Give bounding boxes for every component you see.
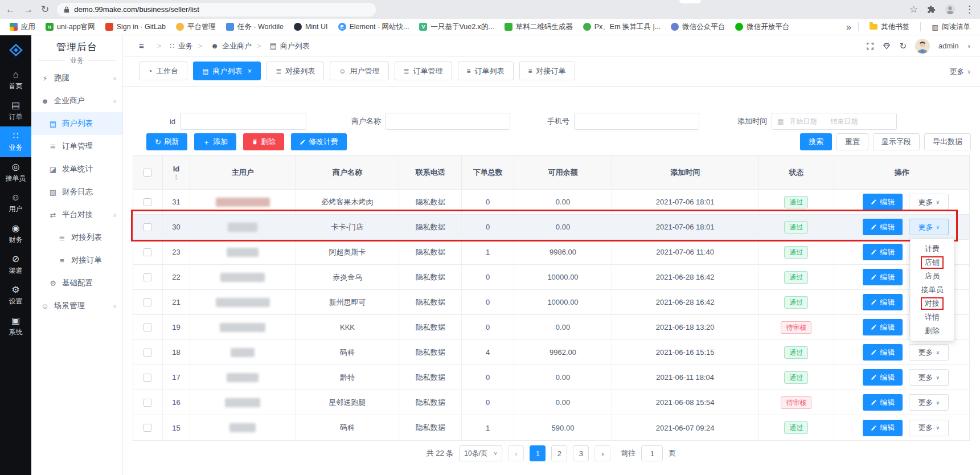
page-number-button[interactable]: 3 (573, 445, 589, 461)
sidebar-collapse-icon[interactable]: ≡ (139, 41, 144, 51)
bookmark-item[interactable]: 任务 - Worktile (222, 21, 288, 34)
row-checkbox[interactable] (143, 424, 151, 432)
page-number-button[interactable]: 1 (530, 445, 546, 461)
fullscreen-icon[interactable] (866, 42, 874, 50)
row-more-button[interactable]: 更多∨ (909, 344, 949, 361)
bookmarks-overflow-icon[interactable]: » (846, 22, 851, 32)
rail-item[interactable]: ◉ 财务 (0, 219, 31, 249)
tab-close-icon[interactable]: × (248, 67, 252, 75)
row-checkbox[interactable] (143, 324, 151, 331)
username[interactable]: admin (938, 42, 958, 50)
row-more-button[interactable]: 更多∨ (909, 394, 949, 411)
row-checkbox[interactable] (143, 273, 151, 281)
bookmark-item[interactable]: Mint UI (290, 21, 332, 32)
sidebar-item[interactable]: ≣ 订单管理 (31, 135, 122, 158)
more-menu-item[interactable]: 接单员 (911, 283, 954, 297)
tab[interactable]: ≣ 对接列表 (266, 62, 324, 80)
sort-icons[interactable]: ▲▼ (174, 174, 178, 181)
row-edit-button[interactable]: 编辑 (863, 369, 903, 386)
rail-item[interactable]: ▣ 系统 (0, 311, 31, 342)
delete-button[interactable]: 删除 (243, 133, 284, 150)
row-edit-button[interactable]: 编辑 (863, 394, 903, 411)
breadcrumb-item[interactable]: ∷ 业务 (152, 41, 193, 51)
forward-icon[interactable]: → (23, 5, 33, 14)
row-more-button[interactable]: 更多∨ (909, 420, 949, 436)
bookmark-star-icon[interactable]: ☆ (909, 5, 918, 14)
breadcrumb-item[interactable]: ▤ 商户列表 (252, 41, 310, 51)
tab[interactable]: ≡ 订单列表 (458, 62, 514, 80)
id-filter-input[interactable] (180, 113, 306, 130)
sidebar-item[interactable]: ⚙ 基础配置 (31, 272, 122, 294)
user-menu-chevron-icon[interactable]: ∨ (967, 43, 971, 49)
row-checkbox[interactable] (143, 298, 151, 306)
reading-list-button[interactable]: ▥ 阅读清单 (928, 21, 974, 34)
bookmark-item[interactable]: Px、Em 换算工具 |... (579, 21, 665, 34)
sidebar-item[interactable]: ≣ 对接列表 (31, 226, 122, 249)
row-edit-button[interactable]: 编辑 (863, 269, 903, 285)
rail-item[interactable]: ∷ 业务 (0, 126, 31, 157)
breadcrumb-item[interactable]: ☻ 企业商户 (193, 41, 252, 51)
select-all-checkbox[interactable] (143, 169, 151, 177)
sidebar-item[interactable]: ≡ 对接订单 (31, 249, 122, 272)
row-edit-button[interactable]: 编辑 (863, 420, 903, 436)
add-button[interactable]: ＋添加 (194, 133, 236, 150)
bookmark-item[interactable]: 微信开放平台 (731, 21, 793, 34)
user-avatar[interactable] (915, 39, 930, 54)
more-menu-item[interactable]: 详情 (911, 310, 954, 324)
row-edit-button[interactable]: 编辑 (863, 244, 903, 260)
row-more-button[interactable]: 更多∨ (909, 219, 949, 235)
show-fields-button[interactable]: 显示字段 (873, 133, 920, 150)
rail-item[interactable]: ⚙ 设置 (0, 280, 31, 311)
page-number-button[interactable]: 2 (551, 445, 567, 461)
row-checkbox[interactable] (143, 349, 151, 357)
rail-item[interactable]: ⌂ 首页 (0, 65, 31, 96)
bookmark-item[interactable]: 平台管理 (172, 21, 220, 34)
merchant-name-filter-input[interactable] (386, 113, 510, 130)
goto-page-input[interactable] (641, 445, 663, 461)
row-edit-button[interactable]: 编辑 (863, 294, 903, 310)
rail-item[interactable]: ◎ 接单员 (0, 157, 31, 188)
more-menu-item[interactable]: 删除 (911, 324, 954, 338)
address-bar[interactable]: demo.99make.com/business/seller/list (57, 3, 376, 17)
extensions-icon[interactable] (927, 5, 936, 14)
back-icon[interactable]: ← (6, 5, 15, 14)
bookmark-item[interactable]: 草料二维码生成器 (501, 21, 577, 34)
more-menu-item[interactable]: 计费 (911, 242, 954, 256)
theme-skin-icon[interactable] (883, 42, 891, 50)
row-more-button[interactable]: 更多∨ (909, 194, 949, 210)
more-menu-item[interactable]: 店铺 (911, 256, 954, 269)
row-checkbox[interactable] (143, 248, 151, 256)
tab[interactable]: ◔ 工作台 (139, 62, 187, 80)
row-edit-button[interactable]: 编辑 (863, 319, 903, 335)
tab[interactable]: ☺ 用户管理 (330, 62, 388, 80)
rail-item[interactable]: ▤ 订单 (0, 96, 31, 126)
bookmark-item[interactable]: V 一只基于Vue2.x的... (415, 21, 498, 34)
tab[interactable]: ≣ 订单管理 (395, 62, 452, 80)
phone-filter-input[interactable] (574, 113, 699, 130)
sidebar-item[interactable]: ☻ 企业商户 ∧ (31, 89, 122, 112)
tab[interactable]: ≡ 对接订单 (519, 62, 575, 80)
row-checkbox[interactable] (143, 374, 151, 382)
rail-item[interactable]: ☺ 用户 (0, 188, 31, 219)
sidebar-item[interactable]: ⇄ 平台对接 ∧ (31, 203, 122, 226)
more-menu-item[interactable]: 对接 (911, 297, 954, 310)
date-range-picker[interactable]: ▦ 开始日期 结束日期 (772, 113, 897, 130)
prev-page-button[interactable]: ‹ (508, 445, 524, 461)
tabs-more-button[interactable]: 更多∨ (949, 67, 971, 80)
bookmark-item[interactable]: E Element - 网站快... (334, 21, 413, 34)
sidebar-item[interactable]: ▨ 财务日志 (31, 181, 122, 203)
export-button[interactable]: 导出数据 (924, 133, 971, 150)
bookmark-item[interactable]: 微信公众平台 (667, 21, 729, 34)
row-more-button[interactable]: 更多∨ (909, 369, 949, 386)
browser-menu-icon[interactable]: ⋮ (965, 5, 974, 14)
more-menu-item[interactable]: 店员 (911, 269, 954, 283)
reload-icon[interactable]: ↻ (41, 5, 49, 14)
tab[interactable]: ▤ 商户列表 × (193, 62, 261, 80)
reset-button[interactable]: 重置 (837, 133, 868, 150)
refresh-icon[interactable]: ↻ (899, 41, 907, 51)
browser-profile-icon[interactable] (945, 4, 956, 15)
other-bookmarks-button[interactable]: 其他书签 (866, 21, 913, 34)
row-checkbox[interactable] (143, 399, 151, 407)
refresh-button[interactable]: ↻刷新 (146, 133, 187, 150)
app-logo-icon[interactable] (0, 35, 31, 65)
